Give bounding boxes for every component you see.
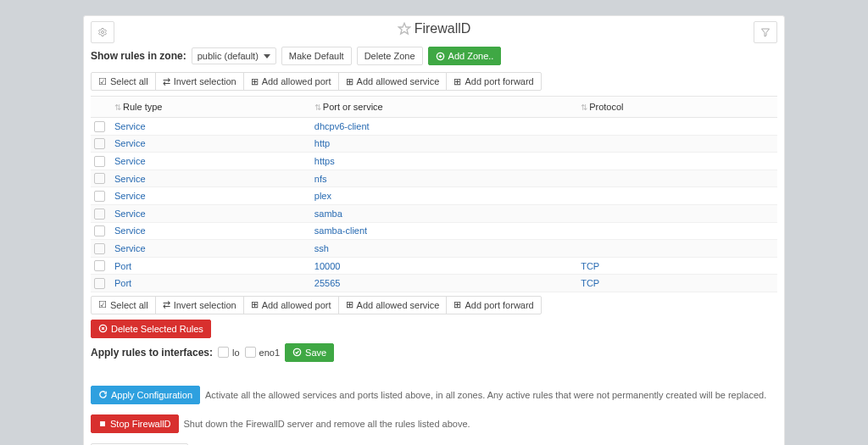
table-row: Servicehttp xyxy=(91,135,777,153)
rule-type-link[interactable]: Service xyxy=(114,174,146,184)
add-zone-button[interactable]: Add Zone.. xyxy=(428,47,502,65)
check-square-icon: ☑ xyxy=(98,300,107,309)
make-default-button[interactable]: Make Default xyxy=(281,47,352,65)
rule-type-link[interactable]: Port xyxy=(114,261,131,271)
iface-lo[interactable]: lo xyxy=(218,347,240,358)
apply-configuration-button[interactable]: Apply Configuration xyxy=(91,386,200,404)
plus-square-icon: ⊞ xyxy=(251,300,259,309)
sort-icon: ⇅ xyxy=(314,103,321,112)
invert-selection-button[interactable]: ⇄ Invert selection xyxy=(155,72,244,91)
invert-selection-button[interactable]: ⇄ Invert selection xyxy=(155,296,244,314)
rule-type-link[interactable]: Service xyxy=(114,243,146,253)
rule-type-link[interactable]: Service xyxy=(114,121,146,131)
col-protocol[interactable]: ⇅Protocol xyxy=(577,97,777,118)
save-interfaces-button[interactable]: Save xyxy=(285,343,334,362)
add-port-forward-button[interactable]: ⊞ Add port forward xyxy=(446,296,541,314)
plus-square-icon: ⊞ xyxy=(251,77,259,86)
svg-marker-1 xyxy=(398,23,409,34)
stop-firewalld-button[interactable]: Stop FirewallD xyxy=(91,414,179,433)
sort-icon: ⇅ xyxy=(581,103,587,112)
select-all-button[interactable]: ☑ Select all xyxy=(91,72,156,91)
stop-icon xyxy=(98,420,107,428)
refresh-icon xyxy=(98,390,108,399)
zone-select[interactable]: public (default) xyxy=(192,47,276,64)
select-all-button[interactable]: ☑ Select all xyxy=(91,296,156,314)
rule-port-link[interactable]: http xyxy=(314,138,330,148)
rule-type-link[interactable]: Port xyxy=(114,278,131,288)
rule-type-link[interactable]: Service xyxy=(114,225,146,236)
rule-type-link[interactable]: Service xyxy=(114,156,146,166)
add-port-forward-button[interactable]: ⊞ Add port forward xyxy=(446,72,541,91)
rule-proto-link[interactable]: TCP xyxy=(581,278,599,288)
rule-port-link[interactable]: dhcpv6-client xyxy=(314,121,370,131)
row-checkbox[interactable] xyxy=(94,156,105,167)
swap-icon: ⇄ xyxy=(163,77,170,86)
filter-icon xyxy=(760,27,771,37)
table-row: Servicessh xyxy=(91,240,777,258)
row-checkbox[interactable] xyxy=(94,173,105,184)
row-checkbox[interactable] xyxy=(94,225,105,236)
rule-type-link[interactable]: Service xyxy=(114,209,146,219)
col-port[interactable]: ⇅Port or service xyxy=(311,97,577,118)
row-checkbox[interactable] xyxy=(94,243,105,254)
table-row: Servicesamba xyxy=(91,204,777,222)
table-row: Serviceplex xyxy=(91,187,777,205)
rules-toolbar-bottom: ☑ Select all ⇄ Invert selection ⊞ Add al… xyxy=(91,296,542,314)
col-rule-type[interactable]: ⇅Rule type xyxy=(111,97,311,118)
gear-icon xyxy=(97,27,108,37)
rule-port-link[interactable]: 10000 xyxy=(314,261,341,271)
table-row: Servicedhcpv6-client xyxy=(91,118,777,136)
swap-icon: ⇄ xyxy=(163,300,170,309)
rules-table: ⇅Rule type ⇅Port or service ⇅Protocol Se… xyxy=(91,96,777,292)
delete-zone-button[interactable]: Delete Zone xyxy=(357,47,423,65)
stop-firewalld-desc: Shut down the FirewallD server and remov… xyxy=(184,419,470,429)
add-zone-label: Add Zone.. xyxy=(448,51,494,61)
add-allowed-service-button[interactable]: ⊞ Add allowed service xyxy=(338,72,448,91)
table-row: Port25565TCP xyxy=(91,275,777,292)
row-checkbox[interactable] xyxy=(94,121,105,132)
add-allowed-port-button[interactable]: ⊞ Add allowed port xyxy=(243,72,339,91)
plus-square-icon: ⊞ xyxy=(453,300,461,309)
row-checkbox[interactable] xyxy=(94,260,105,271)
filter-button[interactable] xyxy=(754,21,777,43)
plus-circle-icon xyxy=(436,52,445,61)
check-square-icon: ☑ xyxy=(98,77,107,86)
plus-square-icon: ⊞ xyxy=(346,300,353,309)
svg-marker-2 xyxy=(762,29,770,36)
rule-port-link[interactable]: plex xyxy=(314,191,331,201)
rule-port-link[interactable]: 25565 xyxy=(314,278,341,288)
add-allowed-service-button[interactable]: ⊞ Add allowed service xyxy=(338,296,448,314)
rule-proto-link[interactable]: TCP xyxy=(581,261,599,271)
rule-port-link[interactable]: samba xyxy=(314,209,342,219)
settings-button[interactable] xyxy=(91,21,114,43)
svg-rect-6 xyxy=(100,421,105,426)
add-allowed-port-button[interactable]: ⊞ Add allowed port xyxy=(243,296,339,314)
row-checkbox[interactable] xyxy=(94,138,105,149)
plus-square-icon: ⊞ xyxy=(453,77,461,86)
row-checkbox[interactable] xyxy=(94,209,105,220)
iface-eno1[interactable]: eno1 xyxy=(245,347,280,358)
chevron-down-icon xyxy=(264,54,270,58)
plus-square-icon: ⊞ xyxy=(346,77,353,86)
rule-type-link[interactable]: Service xyxy=(114,191,146,201)
page-title-text: FirewallD xyxy=(415,21,471,36)
check-circle-icon xyxy=(292,348,302,357)
rules-toolbar-top: ☑ Select all ⇄ Invert selection ⊞ Add al… xyxy=(91,72,542,91)
rule-port-link[interactable]: https xyxy=(314,156,335,166)
table-row: Servicenfs xyxy=(91,170,777,187)
checkbox-icon xyxy=(245,347,256,358)
row-checkbox[interactable] xyxy=(94,278,105,289)
table-row: Servicesamba-client xyxy=(91,222,777,240)
checkbox-icon xyxy=(218,347,229,358)
zone-label: Show rules in zone: xyxy=(91,50,186,62)
zone-select-value: public (default) xyxy=(198,51,259,61)
delete-selected-button[interactable]: Delete Selected Rules xyxy=(91,320,211,338)
row-checkbox[interactable] xyxy=(94,191,105,202)
x-circle-icon xyxy=(98,324,108,333)
rule-port-link[interactable]: samba-client xyxy=(314,225,367,236)
rule-port-link[interactable]: nfs xyxy=(314,174,327,184)
rule-port-link[interactable]: ssh xyxy=(314,243,329,253)
rule-type-link[interactable]: Service xyxy=(114,138,146,148)
table-row: Servicehttps xyxy=(91,153,777,170)
page-title: FirewallD xyxy=(398,21,471,36)
